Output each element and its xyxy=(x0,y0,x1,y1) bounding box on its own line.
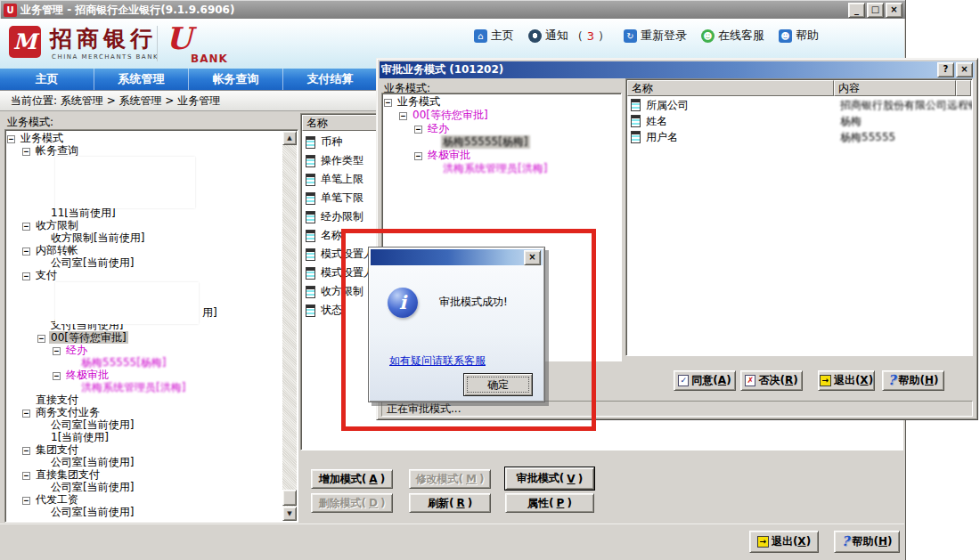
delete-mode-button: 删除模式(D) xyxy=(311,493,393,513)
tree-expand-icon[interactable]: − xyxy=(22,447,30,455)
tree-node-label: 收方限制 xyxy=(34,219,80,231)
tree-node[interactable]: −00[等待您审批] xyxy=(384,109,619,122)
tree-node[interactable]: 洪梅系统管理员[洪梅] xyxy=(7,381,282,394)
tree-node[interactable]: −收方限制 xyxy=(7,219,282,231)
dialog-help-button[interactable]: ? xyxy=(937,62,954,77)
tree-expand-icon[interactable]: − xyxy=(7,135,15,143)
notice-link[interactable]: 通知（3） xyxy=(528,28,609,44)
tree-scrollbar[interactable]: ▲ ▼ xyxy=(282,131,297,521)
dialog-detail-panel: 名称 内容 所属公司招商银行股份有限公司远程银行中心姓名杨梅用户名杨梅55555 xyxy=(625,78,973,356)
tree-node[interactable]: 收方限制[当前使用] xyxy=(7,231,282,244)
add-mode-button[interactable]: 增加模式(A) xyxy=(311,469,393,489)
dialog-exit-button[interactable]: → 退出(X) xyxy=(818,370,875,391)
tree-node[interactable]: −代发工资 xyxy=(7,493,282,506)
tab-account-query[interactable]: 帐务查询 xyxy=(189,69,283,90)
tree-expand-icon[interactable]: − xyxy=(414,152,422,160)
tree-node[interactable]: 公司室[当前使用] xyxy=(7,506,282,518)
notebook-icon xyxy=(631,131,641,143)
tab-home[interactable]: 主页 xyxy=(0,69,94,90)
minimize-button[interactable]: _ xyxy=(848,3,865,18)
tree-node[interactable]: 公司室[当前使用] xyxy=(7,456,282,468)
tree-node[interactable]: 公司室[当前使用] xyxy=(7,256,282,269)
tree-node[interactable]: −直接集团支付 xyxy=(7,468,282,481)
tree-node[interactable]: −业务模式 xyxy=(384,95,619,109)
home-icon: ⌂ xyxy=(474,29,487,43)
tree-node[interactable]: −商务支付业务 xyxy=(7,406,282,418)
tree-node-label: 收方限制[当前使用] xyxy=(49,231,146,244)
logo-divider xyxy=(157,26,158,61)
tree-node-label: 终极审批 xyxy=(64,369,110,381)
column-header-name[interactable]: 名称 xyxy=(302,115,377,131)
scroll-up-icon[interactable]: ▲ xyxy=(282,131,297,145)
refresh-button[interactable]: 刷新(R) xyxy=(409,493,491,513)
tree-expand-icon[interactable]: − xyxy=(22,472,30,480)
help-question-icon: ? xyxy=(888,374,896,387)
tree-node-label: 商务支付业务 xyxy=(34,406,102,418)
tab-system-management[interactable]: 系统管理 xyxy=(94,69,189,90)
help-link[interactable]: ☻ 帮助 xyxy=(779,28,819,44)
tree-node[interactable]: −帐务查询 xyxy=(7,144,282,157)
detail-row[interactable]: 姓名杨梅 xyxy=(628,113,970,129)
tree-node[interactable]: 公司室[当前使用] xyxy=(7,481,282,493)
relogin-link[interactable]: ↻ 重新登录 xyxy=(624,28,687,44)
tree-node-label: 经办 xyxy=(64,344,89,356)
exit-button[interactable]: → 退出(X) xyxy=(749,531,819,553)
tree-node[interactable]: −业务模式 xyxy=(7,132,282,144)
tree-node[interactable]: −00[等待您审批] xyxy=(7,331,282,344)
detail-row[interactable]: 所属公司招商银行股份有限公司远程银行中心 xyxy=(628,97,970,113)
approve-mode-button[interactable]: 审批模式(V) xyxy=(505,467,594,490)
column-header-name[interactable]: 名称 xyxy=(627,80,834,96)
tree-expand-icon[interactable]: − xyxy=(399,112,407,120)
tree-expand-icon[interactable]: − xyxy=(37,335,45,343)
tree-expand-icon[interactable]: − xyxy=(22,223,30,231)
tree-node[interactable]: −支付 xyxy=(7,269,282,281)
exit-arrow-icon: → xyxy=(820,375,831,386)
close-button[interactable]: × xyxy=(886,3,902,18)
help-button[interactable]: ? 帮助(H) xyxy=(834,531,900,553)
tree-expand-icon[interactable]: − xyxy=(22,148,30,156)
dialog-help-button2[interactable]: ? 帮助(H) xyxy=(882,370,944,391)
reject-button[interactable]: ✗ 否决(R) xyxy=(740,370,803,391)
maximize-button[interactable]: □ xyxy=(867,3,884,18)
tree-node[interactable]: 直接支付 xyxy=(7,394,282,406)
agree-button[interactable]: ✓ 同意(A) xyxy=(674,370,736,391)
screen: U 业务管理 - 招商银行企业银行(9.1.9.6906) _ □ × M 招商… xyxy=(0,0,980,560)
tree-expand-icon[interactable]: − xyxy=(414,126,422,134)
tree-node[interactable]: 洪梅系统管理员[洪梅] xyxy=(384,162,619,175)
tree-node[interactable]: 11[当前使用] xyxy=(7,207,282,219)
tree-expand-icon[interactable]: − xyxy=(53,372,61,380)
dialog-close-button[interactable]: × xyxy=(956,62,973,77)
tree-expand-icon[interactable]: − xyxy=(22,410,30,418)
tree-expand-icon[interactable]: − xyxy=(22,248,30,256)
tree-node[interactable]: 公司室[当前使用] xyxy=(7,418,282,431)
tree-node-label: 帐务查询 xyxy=(34,144,80,157)
relogin-icon: ↻ xyxy=(624,29,637,43)
scroll-down-icon[interactable]: ▼ xyxy=(282,507,297,521)
tree-node[interactable]: −经办 xyxy=(7,344,282,356)
agree-button-label: 同意(A) xyxy=(691,373,731,388)
tree-node[interactable]: −经办 xyxy=(384,122,619,135)
tree-node[interactable]: −终极审批 xyxy=(384,149,619,162)
properties-button[interactable]: 属性(P) xyxy=(505,493,594,513)
tree-node[interactable]: −内部转帐 xyxy=(7,244,282,256)
tree-node[interactable]: −集团支付 xyxy=(7,443,282,456)
dialog-detail-header: 名称 内容 xyxy=(627,80,971,96)
tree-node[interactable]: 杨梅55555[杨梅] xyxy=(7,356,282,369)
tree-node-label: 公司室[当前使用] xyxy=(49,418,135,431)
online-service-link[interactable]: ☻ 在线客服 xyxy=(701,28,764,44)
tab-payment-settlement[interactable]: 支付结算 xyxy=(283,69,378,90)
detail-row[interactable]: 用户名杨梅55555 xyxy=(628,129,970,145)
scrollbar-thumb[interactable] xyxy=(282,490,297,506)
tree-node[interactable]: 1[当前使用] xyxy=(7,431,282,443)
tree-node[interactable]: 杨梅55555[杨梅] xyxy=(384,135,619,149)
tree-expand-icon[interactable]: − xyxy=(384,99,392,107)
column-header-content[interactable]: 内容 xyxy=(834,80,956,96)
dialog-titlebar: 审批业务模式 (101202) ? × xyxy=(380,61,975,78)
tree-expand-icon[interactable]: − xyxy=(22,497,30,505)
tree-node[interactable]: −终极审批 xyxy=(7,369,282,381)
tree-node-label: 公司室[当前使用] xyxy=(49,506,135,518)
tree-expand-icon[interactable]: − xyxy=(22,272,30,280)
tree-expand-icon[interactable]: − xyxy=(53,347,61,355)
home-link[interactable]: ⌂ 主页 xyxy=(474,28,514,44)
list-item-label: 操作类型 xyxy=(321,153,363,168)
